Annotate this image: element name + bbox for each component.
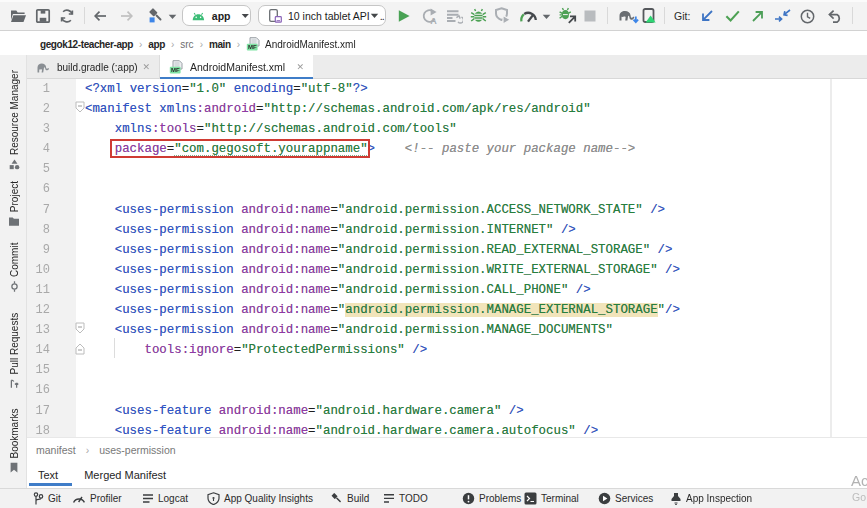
svg-text:MF: MF [171,67,180,73]
svg-text:A: A [430,16,437,24]
svg-text:MF: MF [248,44,257,50]
